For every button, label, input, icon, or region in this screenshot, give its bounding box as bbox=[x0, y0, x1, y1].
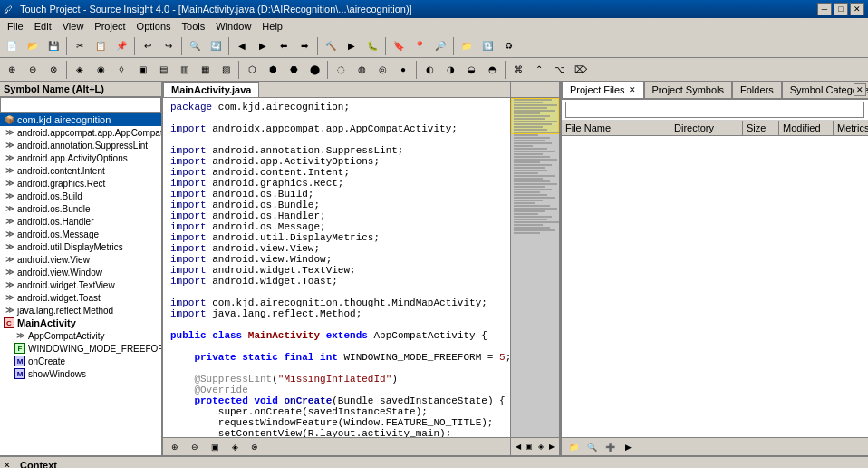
bottom-close-icon[interactable]: ✕ bbox=[0, 461, 14, 469]
symbol-item-8[interactable]: ≫ android.os.Handler bbox=[0, 215, 161, 228]
symbol-item-2[interactable]: ≫ android.annotation.SuppressLint bbox=[0, 139, 161, 151]
t2-btn5[interactable]: ◉ bbox=[91, 60, 111, 80]
rp-btn1[interactable]: 📁 bbox=[565, 440, 582, 454]
next-button[interactable]: ▶ bbox=[253, 36, 273, 56]
symbol-item-3[interactable]: ≫ android.app.ActivityOptions bbox=[0, 151, 161, 164]
t2-btn17[interactable]: ◍ bbox=[352, 60, 371, 80]
t2-btn20[interactable]: ◐ bbox=[420, 60, 439, 80]
t2-btn7[interactable]: ▣ bbox=[132, 60, 152, 80]
t2-btn2[interactable]: ⊖ bbox=[23, 60, 43, 80]
code-tb-btn1[interactable]: ⊕ bbox=[167, 440, 183, 454]
minimize-button[interactable]: ─ bbox=[817, 3, 832, 15]
symbol-item-appcompat[interactable]: ≫ AppCompatActivity bbox=[0, 329, 161, 342]
t2-btn12[interactable]: ⬡ bbox=[242, 60, 262, 80]
cut-button[interactable]: ✂ bbox=[70, 36, 90, 56]
menu-project[interactable]: Project bbox=[89, 18, 130, 34]
t2-btn11[interactable]: ▧ bbox=[216, 60, 236, 80]
close-button[interactable]: ✕ bbox=[850, 3, 864, 15]
symbol-item-4[interactable]: ≫ android.content.Intent bbox=[0, 164, 161, 177]
t2-btn26[interactable]: ⌥ bbox=[550, 60, 570, 80]
menu-help[interactable]: Help bbox=[256, 18, 288, 34]
search-button[interactable]: 🔍 bbox=[185, 36, 205, 56]
fwd-button[interactable]: ➡ bbox=[294, 36, 314, 56]
symbol-item-1[interactable]: ≫ android.appcompat.app.AppCompatAc... bbox=[0, 126, 161, 139]
prev-button[interactable]: ◀ bbox=[232, 36, 252, 56]
symbol-item-5[interactable]: ≫ android.graphics.Rect bbox=[0, 177, 161, 190]
paste-button[interactable]: 📌 bbox=[111, 36, 131, 56]
symbol-item-mainactivity[interactable]: C MainActivity bbox=[0, 317, 161, 329]
code-tb-btn4[interactable]: ◈ bbox=[227, 440, 243, 454]
tab-project-files-close[interactable]: ✕ bbox=[629, 85, 636, 94]
symbol-item-windowing[interactable]: F WINDOWING_MODE_FREEFORM bbox=[0, 342, 161, 355]
t2-btn25[interactable]: ⌃ bbox=[529, 60, 549, 80]
symbol-item-10[interactable]: ≫ android.util.DisplayMetrics bbox=[0, 240, 161, 253]
code-content[interactable]: package com.kjd.airecognition; import an… bbox=[163, 98, 510, 437]
code-tab-mainactivity[interactable]: MainActivity.java bbox=[163, 82, 259, 97]
menu-file[interactable]: File bbox=[2, 18, 29, 34]
rp-btn3[interactable]: ➕ bbox=[602, 440, 618, 454]
redo-button[interactable]: ↪ bbox=[159, 36, 178, 56]
rp-btn4[interactable]: ▶ bbox=[620, 440, 636, 454]
t2-btn23[interactable]: ◓ bbox=[482, 60, 502, 80]
open-button[interactable]: 📂 bbox=[23, 36, 43, 56]
undo-button[interactable]: ↩ bbox=[138, 36, 158, 56]
t2-btn15[interactable]: ⬤ bbox=[304, 60, 324, 80]
right-panel-close-button[interactable]: ✕ bbox=[854, 83, 866, 96]
tab-context[interactable]: Context bbox=[14, 457, 63, 469]
code-tb-btn3[interactable]: ▣ bbox=[207, 440, 223, 454]
file-list-body[interactable] bbox=[562, 136, 868, 437]
code-tb-btn2[interactable]: ⊖ bbox=[187, 440, 203, 454]
debug-button[interactable]: 🐛 bbox=[362, 36, 382, 56]
menu-view[interactable]: View bbox=[57, 18, 90, 34]
zoom-button[interactable]: 🔎 bbox=[430, 36, 450, 56]
symbol-search-input[interactable] bbox=[0, 97, 161, 113]
refresh-button[interactable]: ♻ bbox=[498, 36, 518, 56]
replace-button[interactable]: 🔄 bbox=[206, 36, 226, 56]
t2-btn13[interactable]: ⬢ bbox=[263, 60, 283, 80]
symbol-item-showwindows[interactable]: M showWindows bbox=[0, 367, 161, 380]
code-tb-btn5[interactable]: ⊗ bbox=[246, 440, 263, 454]
tab-project-symbols[interactable]: Project Symbols bbox=[644, 81, 732, 98]
t2-btn21[interactable]: ◑ bbox=[440, 60, 460, 80]
sync-button[interactable]: 🔃 bbox=[477, 36, 497, 56]
t2-btn19[interactable]: ● bbox=[393, 60, 413, 80]
t2-btn16[interactable]: ◌ bbox=[331, 60, 351, 80]
menu-tools[interactable]: Tools bbox=[177, 18, 211, 34]
project-button[interactable]: 📁 bbox=[457, 36, 477, 56]
thumb-btn2[interactable]: ▣ bbox=[524, 441, 535, 453]
symbol-item-pkg[interactable]: 📦 com.kjd.airecognition bbox=[0, 113, 161, 126]
maximize-button[interactable]: □ bbox=[834, 3, 848, 15]
menu-window[interactable]: Window bbox=[210, 18, 256, 34]
thumb-btn4[interactable]: ▶ bbox=[546, 441, 557, 453]
t2-btn6[interactable]: ◊ bbox=[111, 60, 131, 80]
t2-btn9[interactable]: ▥ bbox=[174, 60, 194, 80]
symbol-item-12[interactable]: ≫ android.view.Window bbox=[0, 266, 161, 278]
back-button[interactable]: ⬅ bbox=[274, 36, 294, 56]
symbol-item-11[interactable]: ≫ android.view.View bbox=[0, 253, 161, 266]
thumb-btn3[interactable]: ◈ bbox=[535, 441, 546, 453]
symbol-item-13[interactable]: ≫ android.widget.TextView bbox=[0, 278, 161, 291]
thumb-btn1[interactable]: ◀ bbox=[513, 441, 524, 453]
menu-options[interactable]: Options bbox=[131, 18, 177, 34]
save-button[interactable]: 💾 bbox=[43, 36, 63, 56]
tab-folders[interactable]: Folders bbox=[732, 81, 782, 98]
symbol-item-oncreate[interactable]: M onCreate bbox=[0, 355, 161, 367]
bookmark-button[interactable]: 🔖 bbox=[389, 36, 409, 56]
build-button[interactable]: 🔨 bbox=[321, 36, 341, 56]
run-button[interactable]: ▶ bbox=[342, 36, 362, 56]
copy-button[interactable]: 📋 bbox=[91, 36, 111, 56]
menu-edit[interactable]: Edit bbox=[29, 18, 57, 34]
symbol-item-9[interactable]: ≫ android.os.Message bbox=[0, 228, 161, 240]
nav-button[interactable]: 📍 bbox=[410, 36, 429, 56]
t2-btn1[interactable]: ⊕ bbox=[2, 60, 22, 80]
tab-project-files[interactable]: Project Files ✕ bbox=[562, 81, 644, 98]
t2-btn4[interactable]: ◈ bbox=[70, 60, 90, 80]
file-search-input[interactable] bbox=[565, 102, 864, 118]
code-editor[interactable]: package com.kjd.airecognition; import an… bbox=[163, 98, 510, 437]
t2-btn22[interactable]: ◒ bbox=[461, 60, 481, 80]
symbol-item-14[interactable]: ≫ android.widget.Toast bbox=[0, 291, 161, 304]
symbol-item-15[interactable]: ≫ java.lang.reflect.Method bbox=[0, 304, 161, 317]
symbol-item-6[interactable]: ≫ android.os.Build bbox=[0, 190, 161, 202]
t2-btn18[interactable]: ◎ bbox=[372, 60, 392, 80]
t2-btn14[interactable]: ⬣ bbox=[284, 60, 304, 80]
